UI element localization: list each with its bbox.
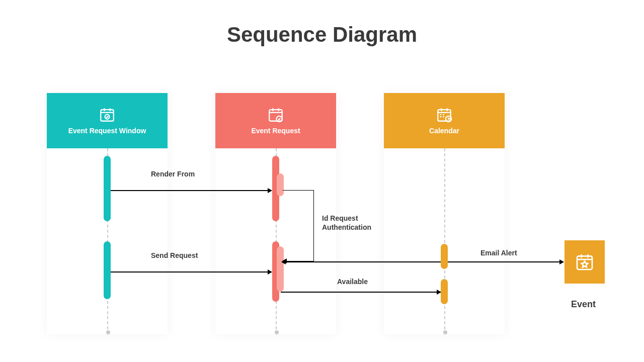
calendar-check-icon: [99, 106, 116, 123]
event-label: Event: [571, 299, 596, 310]
svg-rect-19: [577, 256, 592, 269]
arrow-calendar-to-request: [282, 261, 441, 262]
activation-bar: [441, 279, 448, 304]
lane-label: Event Request Window: [68, 126, 146, 135]
lane-header-event-request-window: Event Request Window: [47, 93, 168, 148]
lane-calendar: Calendar: [384, 93, 505, 334]
lane-header-event-request: Event Request: [215, 93, 336, 148]
lane-event-request-window: Event Request Window: [47, 93, 168, 334]
calendar-star-icon: [575, 252, 595, 272]
calendar-ok-icon: [267, 106, 284, 123]
diagram-title: Sequence Diagram: [0, 23, 644, 47]
calendar-clock-icon: [436, 106, 453, 123]
msg-id-auth: Id Request Authentication: [322, 214, 371, 232]
lane-label: Event Request: [251, 126, 300, 135]
msg-available: Available: [337, 278, 368, 287]
svg-rect-5: [269, 110, 282, 121]
msg-email-alert: Email Alert: [480, 249, 517, 258]
activation-bar: [441, 244, 448, 269]
msg-render-from: Render From: [151, 170, 195, 179]
msg-send-request: Send Request: [151, 251, 198, 260]
activation-bar: [104, 156, 111, 221]
arrow-send-request: [111, 272, 272, 273]
lane-label: Calendar: [429, 126, 459, 135]
arrow-email-alert: [448, 261, 564, 262]
arrow-available: [281, 292, 441, 293]
self-loop-id-auth: [283, 190, 314, 261]
activation-bar: [104, 241, 111, 299]
lane-header-calendar: Calendar: [384, 93, 505, 148]
lane-event-request: Event Request: [215, 93, 336, 334]
event-node: [565, 240, 605, 284]
arrow-render-from: [111, 190, 272, 191]
